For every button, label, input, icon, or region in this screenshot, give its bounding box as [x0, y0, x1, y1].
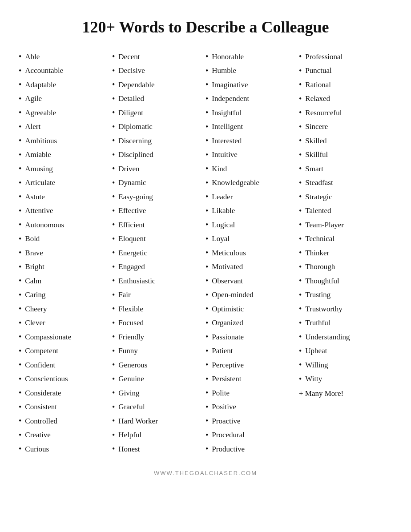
list-item: Detailed	[112, 92, 206, 106]
list-item: Agreeable	[19, 106, 112, 120]
list-item: Dynamic	[112, 176, 206, 190]
list-item: Conscientious	[19, 372, 112, 387]
list-item: Rational	[299, 78, 392, 92]
list-item: Kind	[206, 162, 299, 176]
list-item: Independent	[206, 92, 299, 106]
list-item: Thinker	[299, 246, 392, 260]
list-item: Graceful	[112, 400, 206, 415]
list-item: Optimistic	[206, 302, 299, 316]
list-item: Passionate	[206, 330, 299, 344]
list-item: Organized	[206, 316, 299, 330]
list-item: Easy-going	[112, 190, 206, 204]
list-item: Fair	[112, 288, 206, 302]
list-item: Accountable	[19, 64, 112, 78]
column-1: AbleAccountableAdaptableAgileAgreeableAl…	[19, 50, 112, 456]
list-item: Patient	[206, 344, 299, 359]
list-item: Positive	[206, 400, 299, 415]
list-item: Trusting	[299, 288, 392, 302]
list-item: Truthful	[299, 316, 392, 330]
list-item: Punctual	[299, 64, 392, 78]
list-item: Caring	[19, 288, 112, 302]
list-item: Cheery	[19, 302, 112, 316]
list-item: Smart	[299, 162, 392, 176]
word-list-4: ProfessionalPunctualRationalRelaxedResou…	[299, 50, 392, 386]
column-3: HonorableHumbleImaginativeIndependentIns…	[206, 50, 299, 456]
list-item: Intuitive	[206, 148, 299, 162]
list-item: Consistent	[19, 400, 112, 415]
list-item: Diligent	[112, 106, 206, 120]
list-item: Articulate	[19, 176, 112, 190]
list-item: Professional	[299, 50, 392, 64]
page-title: 120+ Words to Describe a Colleague	[19, 18, 392, 36]
list-item: Creative	[19, 428, 112, 443]
list-item: Trustworthy	[299, 302, 392, 316]
list-item: Compassionate	[19, 330, 112, 344]
list-item: Imaginative	[206, 78, 299, 92]
list-item: Energetic	[112, 246, 206, 260]
list-item: Funny	[112, 344, 206, 359]
list-item: Focused	[112, 316, 206, 330]
list-item: Sincere	[299, 120, 392, 134]
list-item: Autonomous	[19, 218, 112, 232]
list-item: Proactive	[206, 414, 299, 428]
footer: WWW.THEGOALCHASER.COM	[19, 470, 392, 485]
list-item: Thoughtful	[299, 274, 392, 288]
list-item: Effective	[112, 204, 206, 218]
list-item: Likable	[206, 204, 299, 218]
list-item: Resourceful	[299, 106, 392, 120]
list-item: Witty	[299, 372, 392, 387]
list-item: Competent	[19, 344, 112, 359]
list-item: Considerate	[19, 386, 112, 400]
list-item: Perceptive	[206, 358, 299, 372]
list-item: Giving	[112, 386, 206, 400]
list-item: Adaptable	[19, 78, 112, 92]
word-list-1: AbleAccountableAdaptableAgileAgreeableAl…	[19, 50, 112, 456]
list-item: Loyal	[206, 232, 299, 246]
list-item: Discerning	[112, 134, 206, 148]
list-item: Hard Worker	[112, 414, 206, 428]
list-item: Efficient	[112, 218, 206, 232]
list-item: Humble	[206, 64, 299, 78]
list-item: Insightful	[206, 106, 299, 120]
list-item: Intelligent	[206, 120, 299, 134]
list-item: Honorable	[206, 50, 299, 64]
list-item: Leader	[206, 190, 299, 204]
list-item: Able	[19, 50, 112, 64]
columns-wrapper: AbleAccountableAdaptableAgileAgreeableAl…	[19, 50, 392, 456]
list-item: Bright	[19, 260, 112, 274]
list-item: Disciplined	[112, 148, 206, 162]
list-item: Technical	[299, 232, 392, 246]
list-item: Open-minded	[206, 288, 299, 302]
list-item: Procedural	[206, 428, 299, 443]
list-item: Amiable	[19, 148, 112, 162]
word-list-2: DecentDecisiveDependableDetailedDiligent…	[112, 50, 206, 456]
list-item: Motivated	[206, 260, 299, 274]
list-item: Logical	[206, 218, 299, 232]
list-item: Astute	[19, 190, 112, 204]
list-item: Calm	[19, 274, 112, 288]
list-item: Strategic	[299, 190, 392, 204]
column-2: DecentDecisiveDependableDetailedDiligent…	[112, 50, 206, 456]
list-item: Bold	[19, 232, 112, 246]
list-item: Steadfast	[299, 176, 392, 190]
list-item: Observant	[206, 274, 299, 288]
list-item: Controlled	[19, 414, 112, 428]
list-item: Generous	[112, 358, 206, 372]
list-item: Understanding	[299, 330, 392, 344]
list-item: Curious	[19, 442, 112, 456]
list-item: Knowledgeable	[206, 176, 299, 190]
list-item: Team-Player	[299, 218, 392, 232]
list-item: Amusing	[19, 162, 112, 176]
list-item: Friendly	[112, 330, 206, 344]
page-container: 120+ Words to Describe a Colleague AbleA…	[5, 0, 406, 494]
list-item: Talented	[299, 204, 392, 218]
list-item: Clever	[19, 316, 112, 330]
list-item: Polite	[206, 386, 299, 400]
list-item: Genuine	[112, 372, 206, 387]
list-item: Alert	[19, 120, 112, 134]
list-item: Attentive	[19, 204, 112, 218]
column-4: ProfessionalPunctualRationalRelaxedResou…	[299, 50, 392, 456]
list-item: Skilled	[299, 134, 392, 148]
list-item: Enthusiastic	[112, 274, 206, 288]
list-item: Ambitious	[19, 134, 112, 148]
